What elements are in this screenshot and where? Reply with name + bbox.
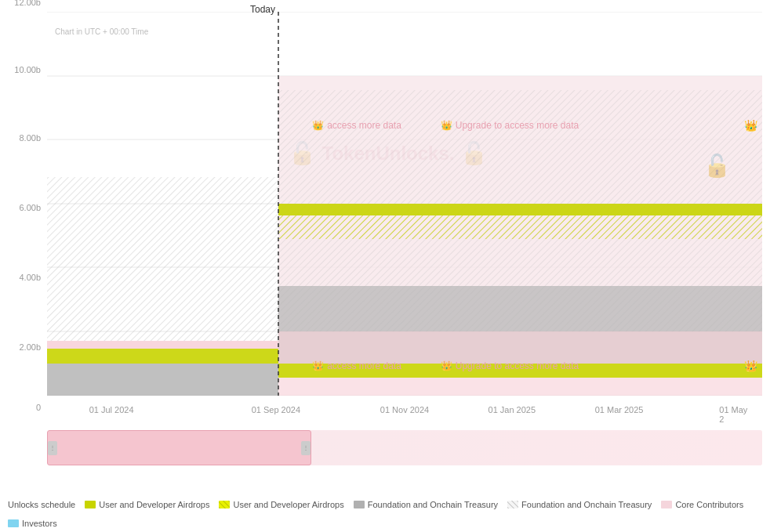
svg-rect-11 — [47, 341, 278, 349]
x-label-jan2025: 01 Jan 2025 — [489, 405, 536, 414]
legend-label-foundation-solid: Foundation and Onchain Treasury — [368, 500, 498, 509]
scrollbar-thumb[interactable]: ⋮ ⋮ — [47, 430, 311, 465]
svg-rect-9 — [47, 364, 278, 396]
today-label: Today — [250, 4, 275, 15]
legend-swatch-investors — [8, 519, 19, 527]
legend-label-investors: Investors — [22, 519, 57, 528]
watermark-right: 🔓 — [703, 153, 731, 179]
svg-rect-15 — [278, 204, 762, 215]
legend-swatch-core-contributors — [661, 501, 672, 508]
svg-rect-12 — [47, 177, 278, 341]
legend-user-developer-airdrops-hatched: User and Developer Airdrops — [219, 500, 343, 509]
chart-container: 12.00b 10.00b 8.00b 6.00b 4.00b 2.00b 0 — [0, 0, 770, 532]
svg-rect-20 — [278, 378, 762, 396]
y-label-0: 0 — [36, 403, 41, 412]
svg-rect-19 — [278, 331, 762, 364]
legend-label-foundation-hatched: Foundation and Onchain Treasury — [521, 500, 652, 509]
legend-label-core-contributors: Core Contributors — [675, 500, 743, 509]
chart-svg — [47, 12, 762, 396]
legend-label-user-developer-airdrops-hatched: User and Developer Airdrops — [233, 500, 343, 509]
y-label-12: 12.00b — [14, 0, 41, 7]
legend-swatch-user-developer-airdrops-solid — [85, 501, 96, 508]
legend-foundation-solid: Foundation and Onchain Treasury — [354, 500, 498, 509]
legend-unlocks-schedule: Unlocks schedule — [8, 500, 75, 509]
x-axis: 01 Jul 2024 01 Sep 2024 01 Nov 2024 01 J… — [47, 399, 762, 418]
legend-investors: Investors — [8, 519, 57, 528]
svg-rect-18 — [278, 364, 762, 378]
y-label-6: 6.00b — [19, 203, 41, 212]
legend-label-user-developer-airdrops-solid: User and Developer Airdrops — [99, 500, 209, 509]
y-label-2: 2.00b — [19, 342, 41, 352]
legend-swatch-foundation-hatched — [507, 501, 518, 508]
y-label-4: 4.00b — [19, 273, 41, 282]
x-label-jul2024: 01 Jul 2024 — [89, 405, 134, 414]
scrollbar-handle-left[interactable]: ⋮ — [48, 441, 57, 455]
legend-foundation-hatched: Foundation and Onchain Treasury — [507, 500, 652, 509]
legend-swatch-foundation-solid — [354, 501, 365, 508]
watermark-lock-icon-3: 🔓 — [703, 154, 731, 178]
legend: Unlocks schedule User and Developer Aird… — [0, 500, 770, 528]
y-label-10: 10.00b — [14, 65, 41, 74]
legend-label-unlocks-schedule: Unlocks schedule — [8, 500, 75, 509]
legend-swatch-user-developer-airdrops-hatched — [219, 501, 230, 508]
scrollbar-area[interactable]: ⋮ ⋮ — [47, 430, 762, 465]
legend-user-developer-airdrops-solid: User and Developer Airdrops — [85, 500, 209, 509]
scrollbar-handle-right[interactable]: ⋮ — [301, 441, 311, 455]
legend-core-contributors: Core Contributors — [661, 500, 743, 509]
utc-label: Chart in UTC + 00:00 Time — [55, 27, 148, 36]
y-label-8: 8.00b — [19, 133, 41, 143]
x-label-may2025: 01 May 2 — [719, 405, 747, 424]
svg-rect-16 — [278, 215, 762, 239]
x-label-sep2024: 01 Sep 2024 — [252, 405, 300, 414]
y-axis: 12.00b 10.00b 8.00b 6.00b 4.00b 2.00b 0 — [0, 0, 47, 418]
x-label-mar2025: 01 Mar 2025 — [595, 405, 644, 414]
svg-rect-10 — [47, 349, 278, 364]
x-label-nov2024: 01 Nov 2024 — [380, 405, 429, 414]
